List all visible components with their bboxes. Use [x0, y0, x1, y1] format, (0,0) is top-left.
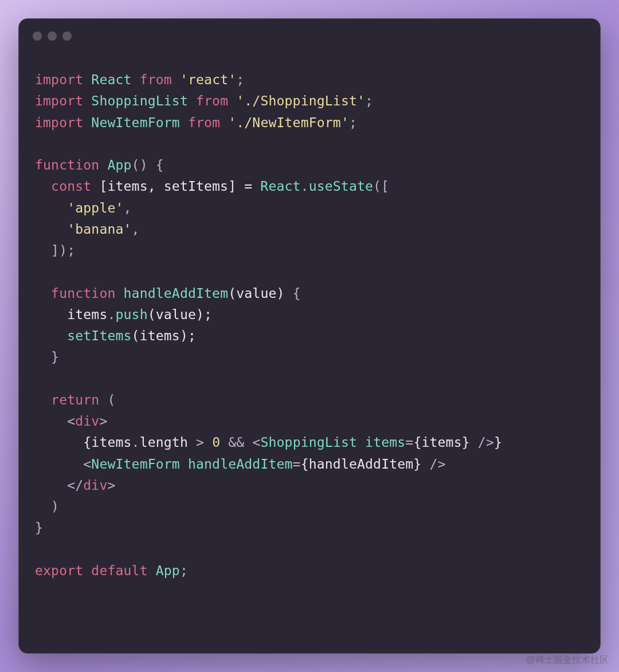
code-line: {items.length > 0 && <ShoppingList items… [35, 435, 502, 450]
code-line: <NewItemForm handleAddItem={handleAddIte… [35, 457, 446, 471]
traffic-light-close-icon[interactable] [33, 32, 42, 41]
code-line: </div> [35, 478, 116, 493]
code-line: } [35, 520, 43, 535]
code-line: items.push(value); [35, 307, 212, 322]
traffic-light-minimize-icon[interactable] [48, 32, 57, 41]
code-line: ]); [35, 243, 75, 258]
watermark-text: @稀土掘金技术社区 [526, 654, 609, 666]
code-line: const [items, setItems] = React.useState… [35, 179, 389, 194]
code-line: return ( [35, 392, 116, 407]
code-line: setItems(items); [35, 328, 196, 343]
code-window: import React from 'react'; import Shoppi… [18, 18, 601, 654]
code-line: 'banana', [35, 222, 140, 237]
code-line: } [35, 349, 59, 364]
code-line: import NewItemForm from './NewItemForm'; [35, 115, 357, 130]
traffic-light-zoom-icon[interactable] [62, 32, 72, 41]
code-line: function App() { [35, 158, 164, 172]
code-line: ) [35, 499, 59, 514]
window-titlebar [19, 19, 600, 53]
code-line: export default App; [35, 563, 188, 578]
code-line: import React from 'react'; [35, 72, 244, 87]
code-line: <div> [35, 414, 107, 429]
code-block: import React from 'react'; import Shoppi… [19, 53, 600, 598]
code-line: 'apple', [35, 201, 132, 215]
code-line: function handleAddItem(value) { [35, 286, 301, 301]
code-line: import ShoppingList from './ShoppingList… [35, 93, 373, 108]
